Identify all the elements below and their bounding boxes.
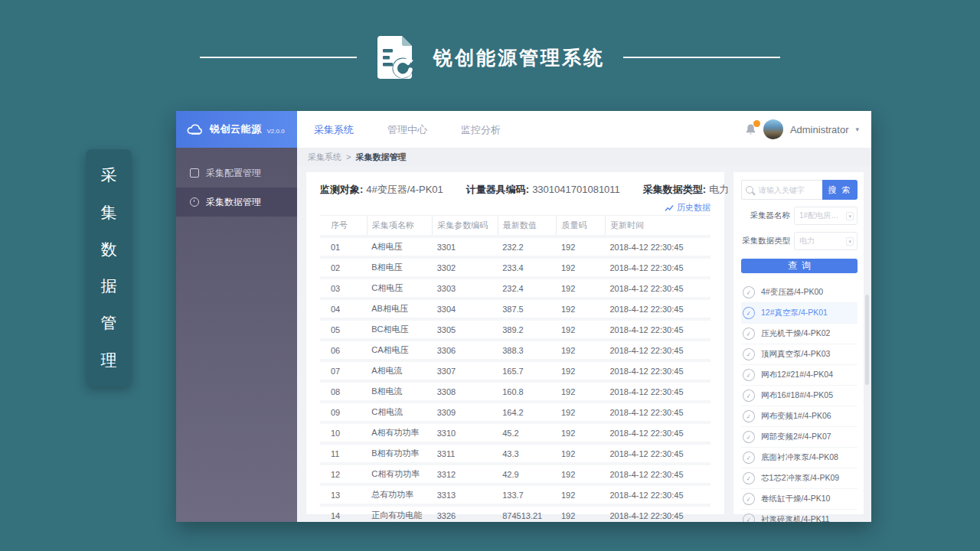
chevron-down-icon: ▾ (846, 237, 854, 246)
search-button[interactable]: 搜 索 (822, 180, 858, 200)
decor-line-right (623, 57, 780, 58)
device-item[interactable]: ✓底面衬冲浆泵/4-PK08 (741, 448, 858, 468)
tab-2[interactable]: 管理中心 (387, 124, 427, 135)
check-icon: ✓ (742, 347, 756, 361)
check-icon: ✓ (742, 513, 756, 522)
table-cell: A相电压 (367, 236, 432, 257)
table-cell: A相电流 (367, 360, 432, 381)
user-name[interactable]: Administrator (790, 124, 849, 135)
tab-3[interactable]: 监控分析 (461, 124, 501, 135)
table-cell: 12 (320, 464, 367, 484)
device-item[interactable]: ✓压光机干燥/4-PK02 (741, 324, 858, 344)
breadcrumb-separator: > (346, 152, 351, 161)
table-cell: 正向有功电能 (367, 505, 432, 522)
avatar[interactable] (763, 119, 783, 139)
monitor-object: 监测对象:4#变压器/4-PK01 (320, 183, 443, 197)
table-cell: 192 (557, 381, 606, 402)
table-cell: 3309 (433, 402, 498, 422)
table-row: 11B相有功功率331143.31922018-4-12 22:30:45 (320, 443, 710, 464)
device-item[interactable]: ✓4#变压器/4-PK00 (741, 282, 858, 303)
table-cell: B相有功功率 (367, 443, 432, 464)
history-data-label: 历史数据 (677, 202, 710, 214)
table-row: 04AB相电压3304387.51922018-4-12 22:30:45 (320, 298, 710, 319)
notification-badge (753, 120, 760, 127)
device-item[interactable]: ✓网布16#18#/4-PK05 (741, 386, 858, 406)
device-item[interactable]: ✓卷纸缸干燥/4-PK10 (741, 489, 858, 510)
table-cell: 2018-4-12 22:30:45 (606, 257, 711, 278)
table-cell: 192 (557, 484, 606, 505)
collector-select[interactable]: 1#配电房采集器 ▾ (794, 207, 858, 225)
breadcrumb-parent[interactable]: 采集系统 (308, 152, 341, 163)
monitor-object-value: 4#变压器/4-PK01 (366, 184, 443, 195)
device-item[interactable]: ✓网布变频1#/4-PK06 (741, 406, 858, 427)
device-label: 12#真空泵/4-PK01 (761, 308, 828, 318)
table-cell: 2018-4-12 22:30:45 (606, 381, 711, 402)
table-cell: 2018-4-12 22:30:45 (606, 402, 711, 422)
table-cell: 06 (320, 340, 367, 360)
device-label: 卷纸缸干燥/4-PK10 (761, 494, 830, 504)
device-label: 衬浆碎浆机/4-PK11 (761, 514, 830, 522)
device-label: 网布12#21#/4-PK04 (761, 370, 833, 380)
device-label: 网布变频1#/4-PK06 (761, 411, 831, 422)
query-button[interactable]: 查询 (741, 259, 858, 273)
table-row: 06CA相电压3306388.31922018-4-12 22:30:45 (320, 340, 710, 360)
device-item[interactable]: ✓衬浆碎浆机/4-PK11 (741, 510, 858, 522)
sidebar-item-1[interactable]: 采集配置管理 (176, 158, 297, 187)
device-label: 底面衬冲浆泵/4-PK08 (761, 452, 838, 463)
table-cell: 3306 (433, 340, 498, 360)
device-label: 压光机干燥/4-PK02 (761, 328, 830, 339)
scrollbar[interactable] (865, 295, 869, 385)
device-item[interactable]: ✓12#真空泵/4-PK01 (741, 303, 858, 324)
table-cell: 2018-4-12 22:30:45 (606, 278, 711, 298)
table-cell: 192 (557, 464, 606, 484)
check-icon: ✓ (742, 389, 756, 403)
table-cell: 192 (557, 340, 606, 360)
table-cell: 2018-4-12 22:30:45 (606, 360, 711, 381)
tab-1[interactable]: 采集系统 (314, 124, 354, 135)
table-cell: 874513.21 (498, 505, 557, 522)
table-cell: 232.4 (498, 278, 557, 298)
notification-bell-icon[interactable] (745, 123, 756, 135)
datatype-value: 电力 (799, 236, 815, 246)
table-cell: 3307 (433, 360, 498, 381)
keyword-search-row: 搜 索 (741, 180, 858, 200)
device-item[interactable]: ✓网部变频2#/4-PK07 (741, 427, 858, 448)
collector-row: 采集器名称 1#配电房采集器 ▾ (741, 207, 858, 225)
table-row: 14正向有功电能3326874513.211922018-4-12 22:30:… (320, 505, 710, 522)
breadcrumb-current: 采集数据管理 (355, 152, 406, 163)
check-icon: ✓ (742, 368, 756, 382)
data-table: 序号采集项名称采集参数编码最新数值质量码更新时间 01A相电压3301232.2… (320, 215, 710, 522)
datatype-select[interactable]: 电力 ▾ (794, 232, 858, 250)
table-header: 序号采集项名称采集参数编码最新数值质量码更新时间 (320, 216, 710, 237)
column-header: 最新数值 (498, 216, 557, 237)
table-cell: 2018-4-12 22:30:45 (606, 319, 711, 340)
sidebar-item-2[interactable]: 采集数据管理 (176, 187, 297, 217)
table-cell: C相有功功率 (367, 464, 432, 484)
table-cell: 45.2 (498, 422, 557, 443)
cloud-icon (186, 124, 204, 135)
column-header: 质量码 (557, 216, 606, 237)
table-cell: 02 (320, 257, 367, 278)
breadcrumb: 采集系统 > 采集数据管理 (297, 148, 871, 166)
table-cell: 3305 (433, 319, 498, 340)
history-data-link[interactable]: 历史数据 (665, 202, 710, 214)
table-cell: 3301 (433, 236, 498, 257)
side-card: 采集数据管理 (86, 149, 132, 386)
chevron-down-icon[interactable]: ▾ (855, 126, 859, 133)
table-cell: 05 (320, 319, 367, 340)
device-label: 网部变频2#/4-PK07 (761, 432, 831, 442)
device-item[interactable]: ✓顶网真空泵/4-PK03 (741, 344, 858, 365)
column-header: 采集项名称 (367, 216, 432, 237)
search-input[interactable] (757, 185, 818, 195)
table-cell: A相有功功率 (367, 422, 432, 443)
app-main: 采集系统管理中心监控分析 Administrator ▾ 采集系统 > 采集数据… (297, 111, 871, 522)
device-item[interactable]: ✓芯1芯2冲浆泵/4-PK09 (741, 468, 858, 489)
app-logo-version: V2.0.0 (267, 128, 285, 135)
check-icon: ✓ (742, 306, 756, 320)
table-cell: 3310 (433, 422, 498, 443)
table-cell: 192 (557, 505, 606, 522)
device-item[interactable]: ✓网布12#21#/4-PK04 (741, 365, 858, 386)
table-cell: 2018-4-12 22:30:45 (606, 443, 711, 464)
search-icon (746, 186, 753, 194)
table-cell: 133.7 (498, 484, 557, 505)
